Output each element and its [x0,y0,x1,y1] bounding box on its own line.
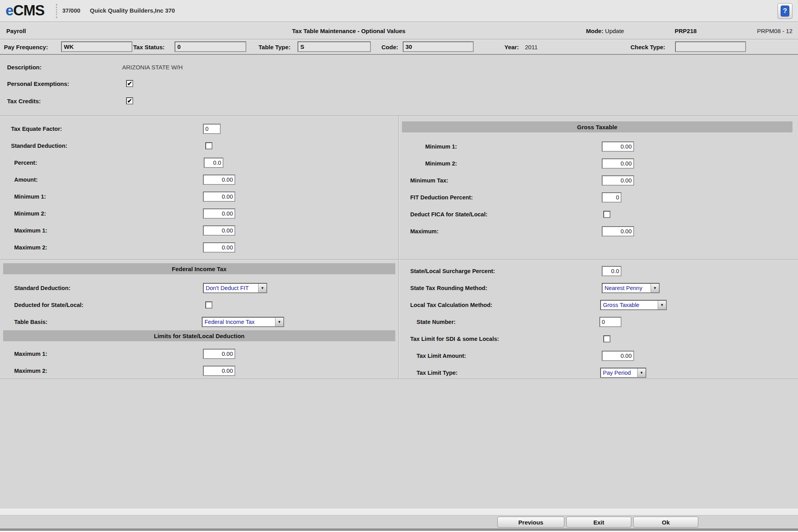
separator-top [0,115,798,116]
surcharge-percent-input[interactable] [602,266,621,276]
form-row: Table Basis: Federal Income Tax ▼ [3,313,395,330]
table-basis-value: Federal Income Tax [203,318,275,326]
pay-frequency-label: Pay Frequency: [4,43,48,50]
fit-standard-deduction-select[interactable]: Don't Deduct FIT ▼ [203,283,267,293]
form-row: Standard Deduction: [3,137,395,154]
maximum-1-label: Maximum 1: [14,227,47,234]
gross-taxable-panel: Gross Taxable Minimum 1: Minimum 2: Mini… [399,117,794,240]
form-row: Tax Limit for SDI & some Locals: [399,330,794,347]
separator-middle [0,259,798,260]
form-row: State Number: [399,313,794,330]
tax-status-input[interactable] [175,41,246,52]
ok-button[interactable]: Ok [633,517,698,528]
tax-limit-type-label: Tax Limit Type: [417,370,458,376]
chevron-down-icon: ▼ [637,368,645,377]
limits-maximum-2-input[interactable] [203,366,235,376]
gross-minimum-2-input[interactable] [602,158,634,169]
form-row: Maximum: [399,223,794,240]
fit-standard-deduction-value: Don't Deduct FIT [204,284,258,292]
deduct-fica-checkbox[interactable] [603,211,610,218]
form-row: Tax Limit Amount: [399,347,794,364]
description-value: ARIZONIA STATE W/H [122,64,183,71]
limits-maximum-1-label: Maximum 1: [14,351,47,357]
maximum-1-input[interactable] [203,225,235,236]
standard-deduction-checkbox[interactable] [205,142,212,149]
tax-credits-checkbox[interactable]: ✔ [126,97,133,104]
form-row: Minimum 2: [3,205,395,222]
amount-input[interactable] [203,175,235,185]
tax-equate-factor-input[interactable] [203,124,221,134]
form-row: Minimum 1: [399,138,794,155]
company-code: 37/000 [62,7,80,14]
ecms-logo: eCMS [6,2,45,19]
footer-bar: Previous Exit Ok [0,515,798,528]
rounding-method-value: Nearest Penny [603,284,651,292]
page-title: Tax Table Maintenance - Optional Values [292,28,406,34]
tax-limit-amount-input[interactable] [602,351,634,361]
logo-e: e [6,2,13,19]
state-number-input[interactable] [599,317,621,327]
chevron-down-icon: ▼ [658,301,666,309]
tax-limit-amount-label: Tax Limit Amount: [417,353,466,359]
form-row: Maximum 1: [3,345,395,362]
tax-credits-label: Tax Credits: [7,98,41,104]
federal-income-tax-panel: Federal Income Tax Standard Deduction: D… [3,261,395,379]
filter-bar: Pay Frequency: Tax Status: Table Type: C… [0,39,798,55]
description-label: Description: [7,64,42,71]
screen-id: PRPM08 - 12 [757,28,792,34]
fit-deduction-percent-input[interactable] [602,192,621,203]
gross-maximum-input[interactable] [602,226,634,236]
previous-button[interactable]: Previous [497,517,564,528]
state-number-label: State Number: [417,319,456,325]
form-row: Maximum 1: [3,222,395,239]
table-type-label: Table Type: [259,43,290,50]
code-input[interactable] [403,41,474,52]
percent-input[interactable] [204,158,223,168]
tax-limit-sdi-checkbox[interactable] [603,335,610,342]
limits-maximum-1-input[interactable] [203,349,235,359]
form-row: Tax Equate Factor: [3,120,395,137]
gross-minimum-1-label: Minimum 1: [425,143,457,150]
maximum-2-input[interactable] [203,242,235,253]
fit-deduction-percent-label: FIT Deduction Percent: [410,194,473,201]
amount-label: Amount: [14,177,38,183]
gross-minimum-2-label: Minimum 2: [425,160,457,167]
rounding-method-select[interactable]: Nearest Penny ▼ [602,283,660,293]
minimum-1-input[interactable] [203,192,235,202]
help-icon: ? [781,6,789,17]
chevron-down-icon: ▼ [258,284,266,292]
form-row: Minimum 1: [3,188,395,205]
check-type-input[interactable] [675,41,746,52]
deducted-for-state-local-checkbox[interactable] [205,301,212,309]
table-basis-select[interactable]: Federal Income Tax ▼ [202,317,284,327]
tax-factors-panel: Tax Equate Factor: Standard Deduction: P… [3,117,395,256]
minimum-tax-input[interactable] [602,175,634,186]
help-button[interactable]: ? [778,3,792,19]
year-value: 2011 [525,43,538,50]
check-type-label: Check Type: [631,43,665,50]
form-row: State/Local Surcharge Percent: [399,262,794,279]
minimum-2-label: Minimum 2: [14,210,46,217]
rounding-method-label: State Tax Rounding Method: [410,285,487,291]
federal-income-tax-header: Federal Income Tax [3,263,395,274]
pay-frequency-input[interactable] [61,41,132,52]
personal-exemptions-label: Personal Exemptions: [7,80,69,87]
minimum-2-input[interactable] [203,208,235,219]
form-row: Minimum Tax: [399,172,794,189]
gross-minimum-1-input[interactable] [602,141,634,152]
local-tax-calc-method-label: Local Tax Calculation Method: [410,302,492,308]
standard-deduction-label: Standard Deduction: [11,143,67,149]
form-row: Percent: [3,154,395,171]
table-type-input[interactable] [298,41,371,52]
logo-cms: CMS [13,2,45,19]
exit-button[interactable]: Exit [566,517,631,528]
local-tax-calc-method-value: Gross Taxable [601,301,658,309]
form-row: Minimum 2: [399,155,794,172]
personal-exemptions-checkbox[interactable]: ✔ [126,80,133,87]
form-row: Local Tax Calculation Method: Gross Taxa… [399,296,794,313]
local-tax-calc-method-select[interactable]: Gross Taxable ▼ [600,300,667,310]
tax-limit-type-select[interactable]: Pay Period ▼ [600,368,646,378]
chevron-down-icon: ▼ [275,318,283,326]
form-row: Standard Deduction: Don't Deduct FIT ▼ [3,279,395,296]
deducted-for-state-local-label: Deducted for State/Local: [14,302,84,308]
